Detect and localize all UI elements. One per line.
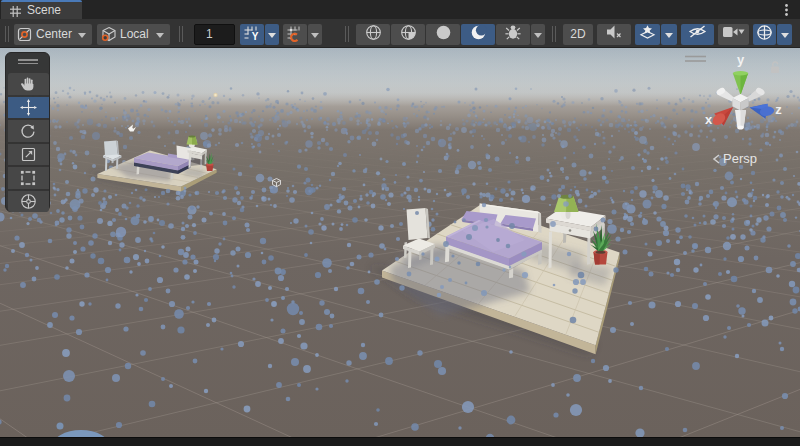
- svg-text:x: x: [705, 112, 713, 127]
- svg-text:z: z: [775, 102, 782, 117]
- svg-text:Y: Y: [252, 31, 259, 42]
- svg-text:y: y: [737, 52, 745, 67]
